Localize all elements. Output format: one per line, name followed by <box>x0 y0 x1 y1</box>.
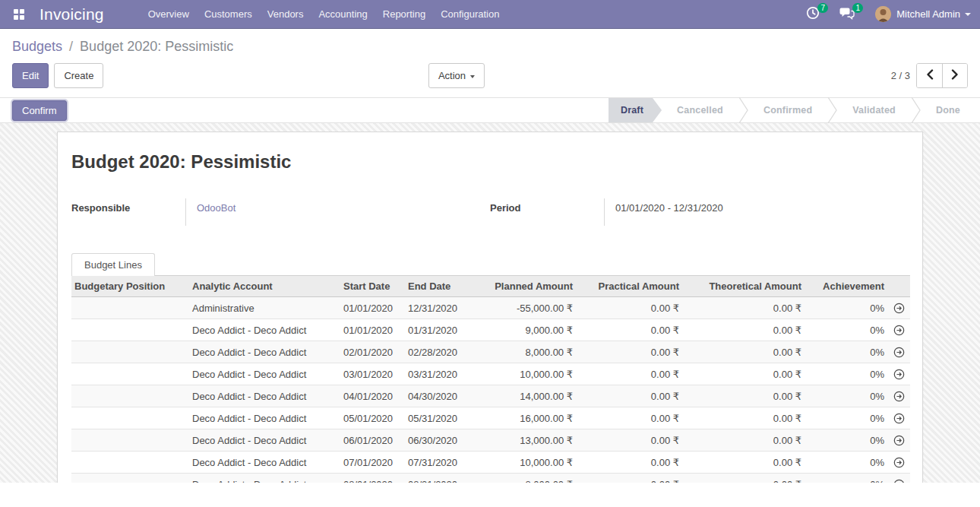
cell-planned-amount: 10,000.00 ₹ <box>469 363 576 385</box>
nav-item-overview[interactable]: Overview <box>141 0 197 29</box>
col-header-start-date[interactable]: Start Date <box>340 276 405 297</box>
cell-theoretical-amount: 0.00 ₹ <box>682 341 805 363</box>
cell-theoretical-amount: 0.00 ₹ <box>682 474 805 483</box>
form-sheet: Budget 2020: Pessimistic Responsible Odo… <box>57 132 923 483</box>
col-header-achievement[interactable]: Achievement <box>805 276 887 297</box>
cell-analytic-account: Deco Addict - Deco Addict <box>189 429 340 452</box>
cell-end-date: 07/31/2020 <box>405 452 469 474</box>
cell-analytic-account: Deco Addict - Deco Addict <box>189 319 340 341</box>
open-record-arrow-icon[interactable] <box>887 407 910 429</box>
open-record-arrow-icon[interactable] <box>887 341 910 363</box>
cell-theoretical-amount: 0.00 ₹ <box>682 363 805 385</box>
table-row[interactable]: Deco Addict - Deco Addict06/01/202006/30… <box>71 429 910 452</box>
cell-planned-amount: 13,000.00 ₹ <box>469 429 576 452</box>
nav-item-accounting[interactable]: Accounting <box>311 0 375 29</box>
open-record-arrow-icon[interactable] <box>887 429 910 452</box>
col-header-theoretical-amount[interactable]: Theoretical Amount <box>682 276 805 297</box>
responsible-value-link[interactable]: OdooBot <box>185 198 337 226</box>
cell-start-date: 08/01/2020 <box>340 474 405 483</box>
cell-practical-amount: 0.00 ₹ <box>576 341 682 363</box>
status-step-cancelled[interactable]: Cancelled <box>662 98 738 122</box>
cell-end-date: 06/30/2020 <box>405 429 469 452</box>
cell-end-date: 01/31/2020 <box>405 319 469 341</box>
cell-planned-amount: 8,000.00 ₹ <box>469 474 576 483</box>
apps-menu-button[interactable] <box>6 0 32 29</box>
create-button[interactable]: Create <box>54 63 103 88</box>
table-row[interactable]: Administrative01/01/202012/31/2020-55,00… <box>71 297 910 319</box>
breadcrumb-budgets-link[interactable]: Budgets <box>12 39 62 54</box>
apps-grid-icon <box>14 9 24 20</box>
cell-achievement: 0% <box>805 341 887 363</box>
nav-item-customers[interactable]: Customers <box>197 0 260 29</box>
cell-practical-amount: 0.00 ₹ <box>576 429 682 452</box>
cell-budgetary-position <box>71 341 189 363</box>
step-separator-icon <box>827 98 837 122</box>
nav-item-reporting[interactable]: Reporting <box>375 0 433 29</box>
table-row[interactable]: Deco Addict - Deco Addict08/01/202008/31… <box>71 474 910 483</box>
cell-achievement: 0% <box>805 429 887 452</box>
table-row[interactable]: Deco Addict - Deco Addict07/01/202007/31… <box>71 452 910 474</box>
table-row[interactable]: Deco Addict - Deco Addict03/01/202003/31… <box>71 363 910 385</box>
cell-analytic-account: Deco Addict - Deco Addict <box>189 363 340 385</box>
breadcrumb-current: Budget 2020: Pessimistic <box>80 39 233 54</box>
status-step-done[interactable]: Done <box>921 98 975 122</box>
cell-start-date: 05/01/2020 <box>340 407 405 429</box>
cell-analytic-account: Administrative <box>189 297 340 319</box>
col-header-budgetary-position[interactable]: Budgetary Position <box>71 276 189 297</box>
edit-button[interactable]: Edit <box>12 63 49 88</box>
user-menu[interactable]: Mitchell Admin <box>875 6 971 22</box>
cell-planned-amount: 10,000.00 ₹ <box>469 452 576 474</box>
col-header-practical-amount[interactable]: Practical Amount <box>576 276 682 297</box>
cell-theoretical-amount: 0.00 ₹ <box>682 452 805 474</box>
open-record-arrow-icon[interactable] <box>887 452 910 474</box>
activities-button[interactable]: 7 <box>796 0 830 29</box>
breadcrumb: Budgets / Budget 2020: Pessimistic <box>12 36 968 56</box>
status-step-validated[interactable]: Validated <box>837 98 911 122</box>
messages-button[interactable]: 1 <box>830 0 865 29</box>
pager-next-button[interactable] <box>942 64 967 87</box>
col-header-planned-amount[interactable]: Planned Amount <box>469 276 576 297</box>
col-header-end-date[interactable]: End Date <box>405 276 469 297</box>
budget-lines-table: Budgetary Position Analytic Account Star… <box>71 275 910 483</box>
open-record-arrow-icon[interactable] <box>887 474 910 483</box>
table-row[interactable]: Deco Addict - Deco Addict02/01/202002/28… <box>71 341 910 363</box>
notebook: Budget Lines Budgetary Position Analytic… <box>71 253 909 483</box>
table-row[interactable]: Deco Addict - Deco Addict01/01/202001/31… <box>71 319 910 341</box>
cell-achievement: 0% <box>805 319 887 341</box>
table-row[interactable]: Deco Addict - Deco Addict04/01/202004/30… <box>71 385 910 407</box>
status-step-draft[interactable]: Draft <box>609 98 662 122</box>
budget-lines-tbody: Administrative01/01/202012/31/2020-55,00… <box>71 297 910 483</box>
action-dropdown-button[interactable]: Action <box>428 63 485 88</box>
cell-start-date: 03/01/2020 <box>340 363 405 385</box>
cell-budgetary-position <box>71 452 189 474</box>
cell-achievement: 0% <box>805 385 887 407</box>
open-record-arrow-icon[interactable] <box>887 363 910 385</box>
chevron-right-icon <box>951 69 959 82</box>
status-step-confirmed[interactable]: Confirmed <box>748 98 827 122</box>
cell-end-date: 08/31/2020 <box>405 474 469 483</box>
nav-item-vendors[interactable]: Vendors <box>260 0 311 29</box>
cell-practical-amount: 0.00 ₹ <box>576 385 682 407</box>
cell-practical-amount: 0.00 ₹ <box>576 407 682 429</box>
pager-previous-button[interactable] <box>917 64 942 87</box>
form-background: Budget 2020: Pessimistic Responsible Odo… <box>0 123 980 483</box>
cell-end-date: 05/31/2020 <box>405 407 469 429</box>
chevron-left-icon <box>926 69 934 82</box>
cell-start-date: 01/01/2020 <box>340 297 405 319</box>
cell-start-date: 04/01/2020 <box>340 385 405 407</box>
nav-item-configuration[interactable]: Configuration <box>433 0 507 29</box>
open-record-arrow-icon[interactable] <box>887 385 910 407</box>
table-row[interactable]: Deco Addict - Deco Addict05/01/202005/31… <box>71 407 910 429</box>
cell-planned-amount: 16,000.00 ₹ <box>469 407 576 429</box>
cell-analytic-account: Deco Addict - Deco Addict <box>189 407 340 429</box>
cell-end-date: 04/30/2020 <box>405 385 469 407</box>
statusbar: Confirm DraftCancelledConfirmedValidated… <box>0 97 980 123</box>
col-header-analytic-account[interactable]: Analytic Account <box>189 276 340 297</box>
step-separator-icon <box>738 98 748 122</box>
tab-budget-lines[interactable]: Budget Lines <box>71 253 155 276</box>
pager: 2 / 3 <box>891 63 968 88</box>
chevron-down-icon <box>965 13 971 16</box>
open-record-arrow-icon[interactable] <box>887 297 910 319</box>
confirm-button[interactable]: Confirm <box>12 100 67 121</box>
open-record-arrow-icon[interactable] <box>887 319 910 341</box>
